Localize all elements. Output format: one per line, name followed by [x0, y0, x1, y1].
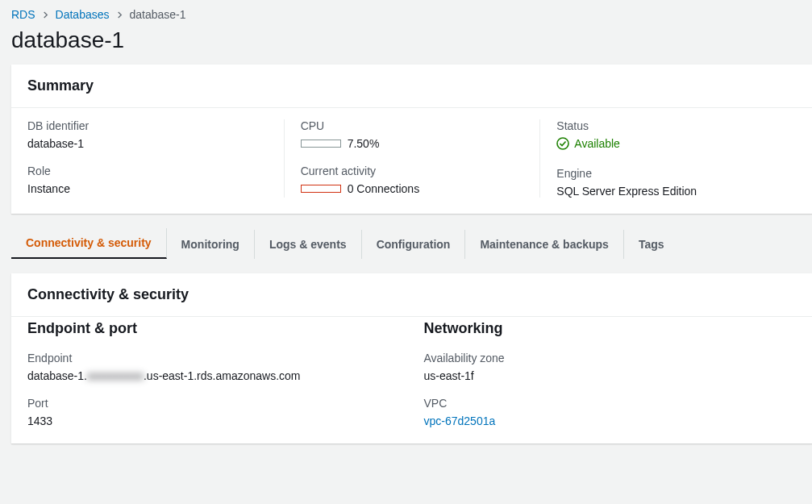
activity-value: 0 Connections	[348, 182, 420, 195]
cpu-meter	[301, 140, 341, 148]
role-value: Instance	[27, 182, 268, 195]
breadcrumb: RDS Databases database-1	[0, 0, 812, 21]
page-title: database-1	[0, 21, 812, 65]
chevron-right-icon	[42, 8, 49, 21]
tab-configuration[interactable]: Configuration	[362, 230, 466, 259]
breadcrumb-current: database-1	[130, 8, 186, 21]
breadcrumb-rds[interactable]: RDS	[11, 8, 35, 21]
chevron-right-icon	[116, 8, 123, 21]
az-label: Availability zone	[424, 352, 797, 364]
status-badge: Available	[556, 137, 620, 150]
endpoint-value: database-1.xxxxxxxxxx.us-east-1.rds.amaz…	[27, 369, 400, 382]
summary-panel: Summary DB identifier database-1 Role In…	[11, 65, 812, 214]
endpoint-redacted: xxxxxxxxxx	[87, 369, 144, 382]
check-circle-icon	[556, 137, 569, 150]
status-value: Available	[574, 137, 620, 150]
tab-tags[interactable]: Tags	[624, 230, 679, 259]
cpu-value: 7.50%	[348, 137, 380, 150]
az-value: us-east-1f	[424, 369, 797, 382]
connectivity-panel: Connectivity & security Endpoint & port …	[11, 273, 812, 444]
db-identifier-value: database-1	[27, 137, 268, 150]
port-label: Port	[27, 397, 400, 410]
cpu-label: CPU	[301, 119, 524, 132]
tab-monitoring[interactable]: Monitoring	[167, 230, 255, 259]
activity-meter	[301, 185, 341, 193]
tab-logs[interactable]: Logs & events	[255, 230, 362, 259]
vpc-link[interactable]: vpc-67d2501a	[424, 414, 496, 427]
connectivity-header: Connectivity & security	[11, 273, 812, 317]
engine-label: Engine	[556, 167, 780, 180]
svg-point-0	[557, 138, 568, 149]
endpoint-label: Endpoint	[27, 352, 400, 364]
breadcrumb-databases[interactable]: Databases	[56, 8, 110, 21]
port-value: 1433	[27, 414, 400, 427]
role-label: Role	[27, 165, 268, 177]
db-identifier-label: DB identifier	[27, 119, 268, 132]
tabs: Connectivity & security Monitoring Logs …	[11, 228, 812, 259]
summary-header: Summary	[11, 65, 812, 108]
engine-value: SQL Server Express Edition	[556, 185, 780, 198]
networking-title: Networking	[424, 320, 797, 337]
tab-maintenance[interactable]: Maintenance & backups	[465, 230, 624, 259]
status-label: Status	[556, 119, 780, 132]
vpc-label: VPC	[424, 397, 797, 410]
endpoint-port-title: Endpoint & port	[27, 320, 400, 337]
activity-label: Current activity	[301, 165, 524, 177]
tab-connectivity[interactable]: Connectivity & security	[11, 228, 167, 259]
